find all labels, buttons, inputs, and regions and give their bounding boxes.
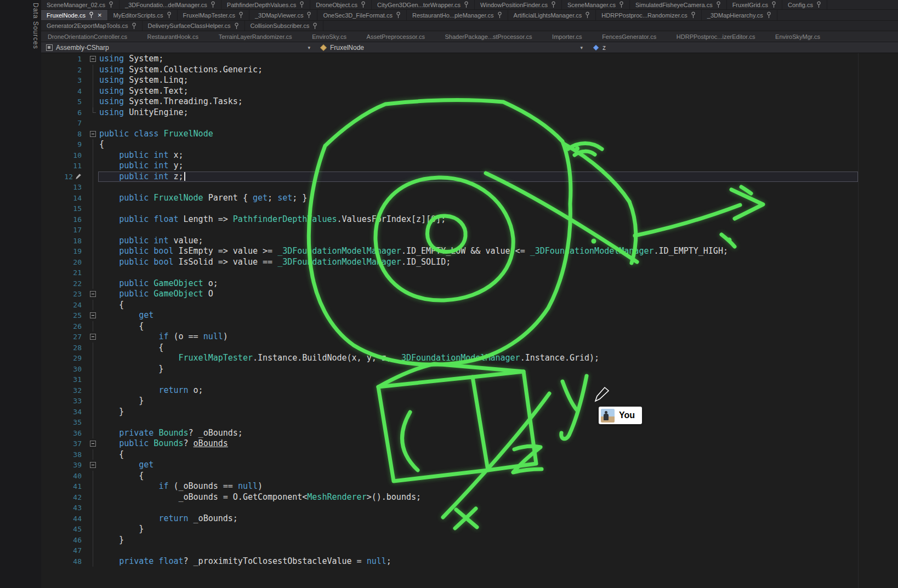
pin-icon[interactable] bbox=[771, 1, 776, 8]
collapse-box-icon[interactable] bbox=[90, 441, 96, 447]
code-line-30[interactable]: 30 } bbox=[41, 364, 898, 375]
code-line-34[interactable]: 34 } bbox=[41, 407, 898, 418]
code-line-14[interactable]: 14 public FruxelNode Parent { get; set; … bbox=[41, 193, 898, 204]
collapse-box-icon[interactable] bbox=[90, 462, 96, 468]
code-line-16[interactable]: 16 public float Length => PathfinderDept… bbox=[41, 214, 898, 225]
pin-icon[interactable] bbox=[234, 22, 239, 30]
fold-margin[interactable] bbox=[87, 438, 98, 449]
code-line-46[interactable]: 46 } bbox=[41, 535, 898, 546]
collapse-box-icon[interactable] bbox=[90, 312, 96, 318]
code-line-5[interactable]: 5using System.Threading.Tasks; bbox=[41, 96, 898, 107]
collapse-box-icon[interactable] bbox=[90, 131, 96, 137]
tab-config-cs[interactable]: Config.cs bbox=[782, 0, 827, 9]
pin-icon[interactable] bbox=[361, 1, 366, 8]
tab-droneorientationcontroller-cs[interactable]: DroneOrientationController.cs bbox=[47, 31, 128, 42]
pin-icon[interactable] bbox=[312, 22, 317, 30]
code-editor[interactable]: 1using System;2using System.Collections.… bbox=[41, 53, 898, 588]
code-line-29[interactable]: 29 FruxelMapTester.Instance.BuildNode(x,… bbox=[41, 353, 898, 364]
code-line-24[interactable]: 24 { bbox=[41, 300, 898, 311]
member-dropdown[interactable]: z bbox=[588, 42, 898, 53]
code-line-4[interactable]: 4using System.Text; bbox=[41, 86, 898, 97]
code-line-22[interactable]: 22 public GameObject o; bbox=[41, 278, 898, 289]
fold-margin[interactable] bbox=[87, 310, 98, 321]
code-line-12[interactable]: 12 public int z; bbox=[41, 172, 898, 182]
code-line-27[interactable]: 27 if (o == null) bbox=[41, 332, 898, 342]
code-line-41[interactable]: 41 if (_oBounds == null) bbox=[41, 481, 898, 492]
code-line-2[interactable]: 2using System.Collections.Generic; bbox=[41, 65, 898, 76]
code-line-28[interactable]: 28 { bbox=[41, 342, 898, 353]
pin-icon[interactable] bbox=[816, 1, 821, 8]
tab-citygen3dgen-torwrapper-cs[interactable]: CityGen3DGen...torWrapper.cs bbox=[372, 0, 475, 9]
code-line-25[interactable]: 25 get bbox=[41, 310, 898, 321]
pin-icon[interactable] bbox=[716, 1, 721, 8]
code-line-26[interactable]: 26 { bbox=[41, 321, 898, 332]
code-line-20[interactable]: 20 public bool IsSolid => value == _3DFo… bbox=[41, 257, 898, 268]
tab-artificiallightsmanager-cs[interactable]: ArtificialLightsManager.cs bbox=[508, 10, 596, 20]
code-line-31[interactable]: 31 bbox=[41, 374, 898, 385]
collapse-box-icon[interactable] bbox=[90, 56, 96, 62]
tab-restaurantho-plemanager-cs[interactable]: RestaurantHo...pleManager.cs bbox=[407, 10, 508, 20]
code-line-40[interactable]: 40 { bbox=[41, 471, 898, 482]
tab-hdrppostproc-izereditor-cs[interactable]: HDRPPostproc...izerEditor.cs bbox=[675, 31, 757, 42]
pin-icon[interactable] bbox=[211, 1, 215, 8]
code-line-13[interactable]: 13 bbox=[41, 182, 898, 193]
code-line-9[interactable]: 9{ bbox=[41, 139, 898, 150]
code-line-11[interactable]: 11 public int y; bbox=[41, 161, 898, 172]
code-line-6[interactable]: 6using UnityEngine; bbox=[41, 107, 898, 118]
code-line-8[interactable]: 8public class FruxelNode bbox=[41, 129, 898, 140]
code-line-3[interactable]: 3using System.Linq; bbox=[41, 75, 898, 86]
tab-envirosky-cs[interactable]: EnviroSky.cs bbox=[311, 31, 348, 42]
collapse-box-icon[interactable] bbox=[90, 334, 96, 340]
close-icon[interactable]: × bbox=[98, 12, 102, 19]
tab-deliverysurfaceclasshelper-cs[interactable]: DeliverySurfaceClassHelper.cs bbox=[143, 21, 245, 31]
tab-fruxelnode-cs[interactable]: FruxelNode.cs× bbox=[41, 10, 108, 20]
code-line-10[interactable]: 10 public int x; bbox=[41, 150, 898, 161]
pin-icon[interactable] bbox=[306, 12, 311, 19]
code-line-42[interactable]: 42 _oBounds = O.GetComponent<MeshRendere… bbox=[41, 492, 898, 503]
pin-icon[interactable] bbox=[109, 1, 113, 8]
project-dropdown[interactable]: Assembly-CSharp ▾ bbox=[41, 42, 315, 53]
code-line-15[interactable]: 15 bbox=[41, 203, 898, 214]
fold-margin[interactable] bbox=[87, 129, 98, 140]
code-line-39[interactable]: 39 get bbox=[41, 460, 898, 471]
tab-myeditorscripts-cs[interactable]: MyEditorScripts.cs bbox=[108, 10, 178, 20]
pin-icon[interactable] bbox=[497, 12, 502, 19]
code-line-17[interactable]: 17 bbox=[41, 225, 898, 236]
tab-importer-cs[interactable]: Importer.cs bbox=[551, 31, 583, 42]
tab--3dfoundatio-delmanager-cs[interactable]: _3DFoundatio...delManager.cs bbox=[120, 0, 221, 9]
pin-icon[interactable] bbox=[238, 12, 243, 19]
fold-margin[interactable] bbox=[87, 54, 98, 65]
code-line-23[interactable]: 23 public GameObject O bbox=[41, 289, 898, 300]
tab-scenemanager-cs[interactable]: SceneManager.cs bbox=[562, 0, 630, 9]
pin-icon[interactable] bbox=[89, 12, 94, 19]
tab-fruxelgrid-cs[interactable]: FruxelGrid.cs bbox=[727, 0, 782, 9]
tab-terrainlayerrandomizer-cs[interactable]: TerrainLayerRandomizer.cs bbox=[218, 31, 293, 42]
pin-icon[interactable] bbox=[619, 1, 624, 8]
code-line-18[interactable]: 18 public int value; bbox=[41, 236, 898, 247]
tab-enviroskymgr-cs[interactable]: EnviroSkyMgr.cs bbox=[774, 31, 821, 42]
chevron-down-icon[interactable]: ▾ bbox=[580, 45, 583, 50]
code-line-48[interactable]: 48 private float? _proximityToClosestObs… bbox=[41, 556, 898, 567]
tab-windowpositionfinder-cs[interactable]: WindowPositionFinder.cs bbox=[475, 0, 562, 9]
pin-icon[interactable] bbox=[299, 1, 304, 8]
code-line-47[interactable]: 47 bbox=[41, 545, 898, 556]
pin-icon[interactable] bbox=[585, 12, 590, 19]
fold-margin[interactable] bbox=[87, 289, 98, 300]
code-line-37[interactable]: 37 public Bounds? oBounds bbox=[41, 438, 898, 449]
code-line-7[interactable]: 7 bbox=[41, 118, 898, 129]
tab-restauranthook-cs[interactable]: RestaurantHook.cs bbox=[146, 31, 200, 42]
pin-icon[interactable] bbox=[691, 12, 696, 19]
tab--3dmapviewer-cs[interactable]: _3DMapViewer.cs bbox=[249, 10, 317, 20]
pin-icon[interactable] bbox=[396, 12, 401, 19]
code-line-32[interactable]: 32 return o; bbox=[41, 385, 898, 396]
tab-hdrppostproc-randomizer-cs[interactable]: HDRPPostproc...Randomizer.cs bbox=[596, 10, 702, 20]
code-line-36[interactable]: 36 private Bounds? _oBounds; bbox=[41, 428, 898, 439]
pin-icon[interactable] bbox=[766, 12, 771, 19]
tab-shaderpackage-stprocessor-cs[interactable]: ShaderPackage...stProcessor.cs bbox=[444, 31, 533, 42]
code-line-19[interactable]: 19 public bool IsEmpty => value >= _3DFo… bbox=[41, 246, 898, 257]
code-line-38[interactable]: 38 { bbox=[41, 449, 898, 460]
code-line-43[interactable]: 43 bbox=[41, 503, 898, 513]
pin-icon[interactable] bbox=[167, 12, 172, 19]
code-line-21[interactable]: 21 bbox=[41, 267, 898, 278]
code-line-33[interactable]: 33 } bbox=[41, 396, 898, 407]
